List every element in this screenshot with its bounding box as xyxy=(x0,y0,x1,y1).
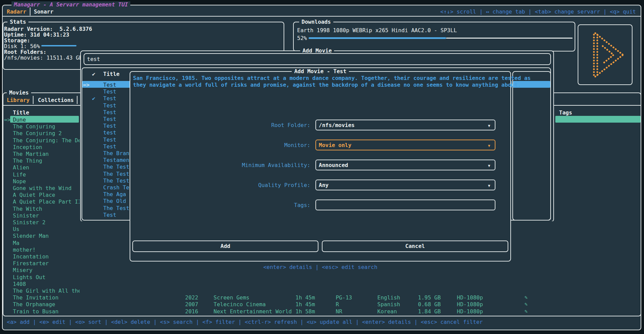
selection-arrow: => xyxy=(4,117,10,123)
movie-row[interactable]: Us xyxy=(13,226,80,233)
movie-year: 2007 xyxy=(185,301,198,308)
dialog-help: <enter> details | <esc> edit search xyxy=(130,264,511,271)
movie-row[interactable]: The Martian xyxy=(13,151,80,158)
movie-row[interactable]: Sinister xyxy=(13,212,80,219)
field-value: Announced xyxy=(319,162,348,169)
search-result-row[interactable]: test xyxy=(103,129,116,136)
movie-row[interactable]: Sinister 2 xyxy=(13,219,80,226)
movie-row[interactable]: Gone with the Wind xyxy=(13,185,80,192)
search-result-row[interactable]: The Aga xyxy=(103,191,126,198)
movie-row[interactable]: Alien xyxy=(13,164,80,171)
disk-usage-bar xyxy=(41,45,76,46)
search-result-row[interactable]: Test xyxy=(103,137,116,143)
movie-row[interactable]: Incantation xyxy=(13,253,80,260)
movie-row[interactable]: Slender Man xyxy=(13,233,80,239)
pencil-icon: ✎ xyxy=(525,301,528,308)
selected-row-tags-highlight xyxy=(555,116,641,123)
movie-row[interactable]: Life xyxy=(13,171,80,178)
dropdown-arrow-icon[interactable]: ▼ xyxy=(488,123,490,129)
top-help: <↑↓> scroll | ↔ change tab | <tab> chang… xyxy=(440,8,636,15)
movie-row[interactable]: The Girl with All the xyxy=(13,288,80,294)
search-result-row[interactable]: The Test xyxy=(103,178,129,184)
monitored-column-header: ✔ xyxy=(92,71,95,78)
movie-row[interactable]: Ma xyxy=(13,240,80,247)
movie-row[interactable]: The Invitation xyxy=(13,294,80,301)
movie-row[interactable]: Firestarter xyxy=(13,260,80,267)
field-label: Root Folder: xyxy=(135,122,310,129)
movie-quality: HD-1080p xyxy=(457,294,483,301)
search-result-row[interactable]: Test xyxy=(103,102,116,109)
movie-studio: Next Entertainment World xyxy=(214,308,292,315)
movies-title: Movies xyxy=(7,89,31,96)
movie-quality: HD-1080p xyxy=(457,308,483,315)
add-button[interactable]: Add xyxy=(132,241,318,252)
dialog-description-line2: they navigate a world full of risks and … xyxy=(133,82,508,88)
movie-row[interactable]: Nope xyxy=(13,178,80,185)
download-item: Earth 1998 1080p WEBRip x265 Hindi AAC2.… xyxy=(297,27,457,34)
movie-language: English xyxy=(377,294,400,301)
search-result-row[interactable]: Test xyxy=(103,212,116,218)
tab-collections[interactable]: Collections xyxy=(38,97,74,104)
checkmark-icon: ✔ xyxy=(92,95,95,102)
movie-row[interactable]: Lights Out xyxy=(13,274,80,281)
field-value: /nfs/movies xyxy=(319,122,355,129)
movie-row[interactable]: The Conjuring 2 xyxy=(13,130,80,137)
header-separator xyxy=(2,16,641,17)
bottom-help: <a> add | <e> edit | <o> sort | <del> de… xyxy=(7,319,483,326)
selection-arrow: => xyxy=(83,82,89,88)
movie-row[interactable]: The Witch xyxy=(13,206,80,212)
movie-row[interactable]: The Conjuring: The De xyxy=(13,137,80,144)
search-result-row[interactable]: The Test xyxy=(103,171,129,178)
movie-row[interactable]: Train to Busan xyxy=(13,308,80,315)
search-result-row[interactable]: Test xyxy=(103,88,116,95)
dialog-description-line1: San Francisco, 1985. Two opposites attra… xyxy=(133,75,508,82)
search-result-row[interactable]: Test xyxy=(103,82,116,88)
movie-row[interactable]: 1408 xyxy=(13,281,80,288)
movie-runtime: 1h 58m xyxy=(295,308,315,315)
tags-input[interactable] xyxy=(315,200,495,210)
search-result-row[interactable]: The Bran xyxy=(103,150,129,157)
movie-language: Spanish xyxy=(377,301,400,308)
search-result-row[interactable]: Test xyxy=(103,143,116,150)
movie-row[interactable]: The Orphanage xyxy=(13,301,80,308)
movie-row[interactable]: Inception xyxy=(13,144,80,151)
search-result-row[interactable]: Crash Te xyxy=(103,184,129,191)
tab-sonarr[interactable]: Sonarr xyxy=(34,8,53,15)
download-percent: 52% xyxy=(297,35,307,42)
movie-row[interactable]: The Conjuring xyxy=(13,123,80,130)
search-result-row[interactable]: Test xyxy=(103,123,116,129)
field-value: Any xyxy=(319,182,329,189)
search-result-row[interactable]: Testamen xyxy=(103,157,129,164)
movie-certification: PG-13 xyxy=(336,294,352,301)
dropdown-arrow-icon[interactable]: ▼ xyxy=(488,143,490,149)
search-result-row[interactable]: The Old xyxy=(103,198,126,205)
movie-size: 0.68 GB xyxy=(418,301,441,308)
movie-search-input[interactable] xyxy=(84,53,551,65)
movie-studio: Screen Gems xyxy=(214,294,249,301)
tab-library[interactable]: Library xyxy=(7,97,29,104)
movie-row[interactable]: mother! xyxy=(13,247,80,253)
field-label: Quality Profile: xyxy=(135,182,310,189)
search-result-row[interactable]: Test xyxy=(103,95,116,102)
movie-row[interactable]: Dune xyxy=(13,117,80,123)
movie-row[interactable]: A Quiet Place Part II xyxy=(13,199,80,205)
movie-year: 2016 xyxy=(185,308,198,315)
managarr-logo xyxy=(578,25,632,84)
movie-row[interactable]: Misery xyxy=(13,267,80,274)
app-title: Managarr - A Servarr management TUI xyxy=(12,1,130,8)
field-label: Minimum Availability: xyxy=(135,162,310,169)
movie-row[interactable]: The Thing xyxy=(13,158,80,164)
quality-profile-select[interactable] xyxy=(315,180,495,190)
search-result-row[interactable]: Test xyxy=(103,116,116,123)
tab-radarr[interactable]: Radarr xyxy=(7,8,26,15)
movie-row[interactable]: A Quiet Place xyxy=(13,192,80,199)
movie-size: 1.95 GB xyxy=(418,294,441,301)
search-result-row[interactable]: Test xyxy=(103,109,116,116)
cancel-button[interactable]: Cancel xyxy=(322,241,508,252)
search-result-row[interactable]: The Test xyxy=(103,164,129,170)
dropdown-arrow-icon[interactable]: ▼ xyxy=(488,163,490,169)
search-result-row[interactable]: The Test xyxy=(103,205,129,212)
dropdown-arrow-icon[interactable]: ▼ xyxy=(488,183,490,189)
download-progress-fill xyxy=(309,37,446,39)
field-label: Tags: xyxy=(135,202,310,209)
